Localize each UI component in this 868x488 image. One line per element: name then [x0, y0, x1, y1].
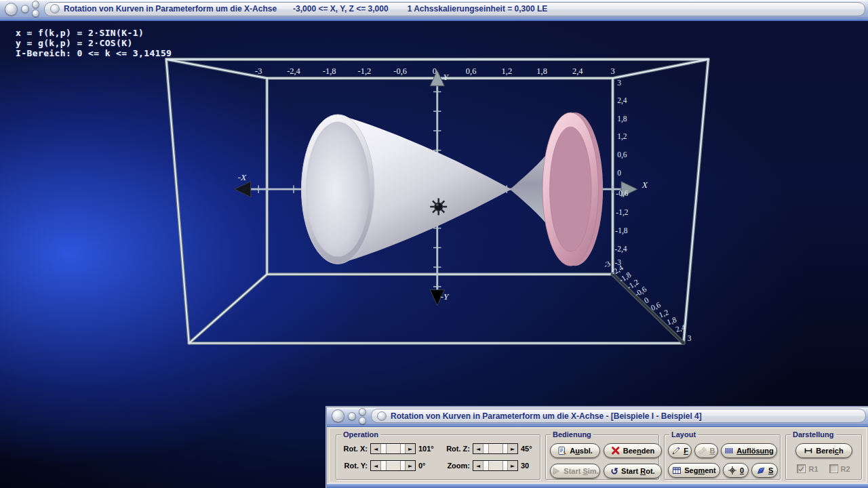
panel-bottom-strip [327, 483, 868, 488]
zoom-scrollbar-thumb[interactable] [488, 461, 503, 470]
rot-x-scrollbar-thumb[interactable] [386, 444, 401, 453]
group-bedienung-label: Bedienung [551, 430, 593, 439]
rot-z-scrollbar-thumb[interactable] [488, 444, 503, 453]
panel-title-pill: Rotation von Kurven in Parameterform um … [371, 409, 866, 423]
control-panel-window: Rotation von Kurven in Parameterform um … [326, 407, 868, 488]
checkbox-r2-box[interactable] [829, 464, 838, 473]
rot-y-control: Rot. Y: ◄ ► 0° [340, 460, 436, 471]
pencil-icon [671, 446, 681, 455]
window-title: Rotation von Kurven in Parameterform um … [64, 4, 277, 14]
zoom-scrollbar[interactable]: ◄ ► [473, 460, 518, 471]
cube-icon [756, 466, 766, 475]
checkbox-r2[interactable]: R2 [829, 464, 850, 473]
window-control-close[interactable] [5, 3, 18, 16]
start-rot-button[interactable]: ↺ Start Rot. [604, 464, 662, 479]
main-titlebar: Rotation von Kurven in Parameterform um … [0, 0, 868, 20]
svg-text:-2,4: -2,4 [614, 245, 627, 253]
origin-button-label: 0 [740, 466, 744, 474]
panel-control-up[interactable] [359, 408, 366, 415]
svg-text:-0,6: -0,6 [393, 66, 407, 76]
group-bedienung: Bedienung Ausbl. Beenden [545, 434, 659, 480]
svg-text:0,6: 0,6 [466, 66, 477, 76]
scroll-left-icon[interactable]: ◄ [371, 444, 381, 453]
x-neg-arrow-icon [235, 182, 251, 197]
window-control-up[interactable] [32, 1, 39, 8]
svg-text:-1,8: -1,8 [615, 226, 627, 235]
schnitt-button[interactable]: S [751, 463, 778, 478]
svg-text:1,2: 1,2 [502, 66, 513, 76]
origin-button[interactable]: 0 [723, 463, 749, 478]
rot-y-scrollbar[interactable]: ◄ ► [370, 460, 416, 471]
ausbl-button[interactable]: Ausbl. [550, 443, 600, 458]
flashlight-icon [698, 446, 707, 455]
start-sim-button[interactable]: Start Sim. [550, 464, 600, 479]
panel-body: Operation Rot. X: ◄ ► 101° Rot. Z: [329, 428, 867, 483]
panel-titlebar-accent-strip [327, 425, 868, 427]
beleuchtung-button-label: B [710, 447, 715, 455]
flaechen-button-label: F [684, 447, 688, 455]
svg-text:0,6: 0,6 [617, 150, 627, 159]
titlebar-accent-strip [0, 18, 868, 21]
checkbox-r1-label: R1 [808, 465, 818, 473]
checkbox-r1-box[interactable] [797, 464, 806, 473]
beenden-button[interactable]: Beenden [604, 443, 662, 458]
bereich-button[interactable]: Bereich [795, 443, 852, 458]
form-icon [557, 446, 567, 455]
rot-x-value: 101° [418, 445, 436, 453]
scroll-right-icon[interactable]: ► [405, 444, 415, 453]
checkbox-r2-label: R2 [841, 465, 850, 473]
rot-y-label: Rot. Y: [340, 462, 368, 470]
rot-x-control: Rot. X: ◄ ► 101° [340, 443, 436, 454]
zoom-scrollbar-track[interactable] [484, 461, 507, 470]
segment-button[interactable]: Segment [668, 463, 720, 478]
surface-of-revolution [302, 113, 604, 266]
scroll-left-icon[interactable]: ◄ [473, 461, 484, 470]
rot-z-value: 45° [521, 445, 538, 453]
window-title-range: -3,000 <= X, Y, Z <= 3,000 [293, 4, 389, 14]
segment-button-label: Segment [684, 466, 715, 474]
beleuchtung-button[interactable]: B [694, 443, 718, 458]
aufloesung-button[interactable]: Auflösung [721, 443, 777, 458]
scroll-right-icon[interactable]: ► [507, 444, 517, 453]
scroll-left-icon[interactable]: ◄ [371, 461, 381, 470]
svg-text:2,4: 2,4 [572, 66, 583, 76]
svg-text:1,8: 1,8 [617, 115, 627, 123]
start-rot-button-label: Start Rot. [621, 467, 655, 475]
rot-x-scrollbar[interactable]: ◄ ► [370, 443, 416, 454]
group-operation: Operation Rot. X: ◄ ► 101° Rot. Z: [336, 434, 540, 480]
rot-y-scrollbar-track[interactable] [381, 461, 405, 470]
rot-x-scrollbar-track[interactable] [381, 444, 405, 453]
y-axis-tick-labels: 3 2,4 1,8 1,2 0,6 0 -0,6 -1,2 -1,8 -2,4 … [614, 79, 628, 266]
svg-text:-3: -3 [255, 66, 262, 76]
formula-x: x = f(k,p) = 2·SIN(K-1) [16, 28, 172, 38]
window-control-minimize[interactable] [21, 5, 29, 13]
scroll-right-icon[interactable]: ► [405, 461, 415, 470]
rot-y-scrollbar-thumb[interactable] [386, 461, 401, 470]
group-layout: Layout F B [664, 434, 781, 480]
svg-text:-1,2: -1,2 [358, 66, 372, 76]
scroll-right-icon[interactable]: ► [507, 461, 517, 470]
rot-x-label: Rot. X: [340, 445, 368, 453]
group-operation-label: Operation [341, 430, 380, 439]
title-pill: Rotation von Kurven in Parameterform um … [44, 2, 865, 16]
scroll-left-icon[interactable]: ◄ [473, 444, 484, 453]
panel-window-icon [377, 411, 387, 421]
rot-z-scrollbar[interactable]: ◄ ► [473, 443, 518, 454]
svg-text:3: 3 [610, 66, 614, 76]
flaechen-button[interactable]: F [668, 443, 692, 458]
panel-control-close[interactable] [332, 409, 344, 422]
window-control-down[interactable] [32, 9, 39, 17]
z-axis-beam [613, 274, 684, 344]
crosshair-icon [728, 466, 737, 475]
window-icon [50, 4, 60, 14]
group-layout-label: Layout [669, 430, 698, 439]
svg-text:-1,2: -1,2 [616, 209, 628, 218]
svg-text:-2,4: -2,4 [287, 66, 300, 76]
aufloesung-button-label: Auflösung [736, 447, 773, 455]
panel-control-down[interactable] [359, 417, 366, 424]
svg-text:-1,8: -1,8 [323, 66, 336, 76]
checkbox-r1[interactable]: R1 [797, 464, 818, 473]
rot-z-scrollbar-track[interactable] [484, 444, 507, 453]
ausbl-button-label: Ausbl. [570, 447, 593, 455]
panel-control-minimize[interactable] [348, 412, 356, 420]
